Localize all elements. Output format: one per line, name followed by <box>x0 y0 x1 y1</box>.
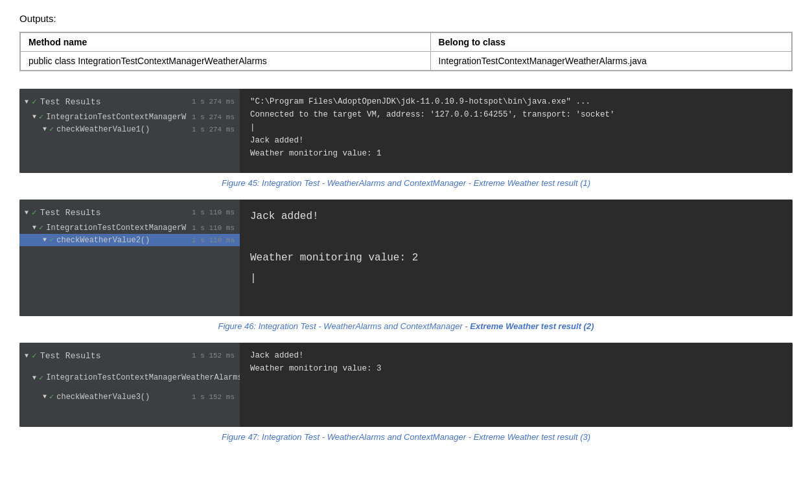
test-label: checkWeatherValue3() <box>56 393 150 402</box>
test-panel-time: 1 s 152 ms <box>192 352 235 360</box>
test-label: IntegrationTestContextManagerW <box>46 113 186 122</box>
figure-block-fig46: ▼ ✓ Test Results 1 s 110 ms ▼ ✓ Integrat… <box>19 200 793 331</box>
test-panel-title: ▼ ✓ Test Results <box>25 350 100 361</box>
test-time: 1 s 274 ms <box>192 126 235 133</box>
check-icon: ✓ <box>32 350 37 361</box>
test-time: 1 s 274 ms <box>192 113 235 121</box>
test-results-label: Test Results <box>40 208 101 218</box>
output-table-container: Method name Belong to class public class… <box>19 32 793 71</box>
terminal-container: ▼ ✓ Test Results 1 s 274 ms ▼ ✓ Integrat… <box>19 89 793 173</box>
triangle-icon: ▼ <box>43 126 47 133</box>
test-row[interactable]: ▼ ✓ IntegrationTestContextManagerW 1 s 2… <box>19 111 240 123</box>
test-row[interactable]: ▼ ✓ IntegrationTestContextManagerWeather… <box>19 365 240 391</box>
terminal-container: ▼ ✓ Test Results 1 s 152 ms ▼ ✓ Integrat… <box>19 343 793 427</box>
test-panel-title: ▼ ✓ Test Results <box>25 97 100 107</box>
console-output: "C:\Program Files\AdoptOpenJDK\jdk-11.0.… <box>240 89 793 173</box>
col2-value: IntegrationTestContextManagerWeatherAlar… <box>430 52 791 71</box>
triangle-icon: ▼ <box>25 209 29 216</box>
test-panel: ▼ ✓ Test Results 1 s 110 ms ▼ ✓ Integrat… <box>19 200 240 316</box>
test-panel-time: 1 s 274 ms <box>192 98 235 106</box>
test-panel-header: ▼ ✓ Test Results 1 s 152 ms <box>19 349 240 365</box>
test-panel: ▼ ✓ Test Results 1 s 152 ms ▼ ✓ Integrat… <box>19 343 240 427</box>
test-row[interactable]: ▼ ✓ IntegrationTestContextManagerW 1 s 1… <box>19 222 240 234</box>
triangle-icon: ▼ <box>32 113 36 120</box>
col2-header: Belong to class <box>430 33 791 52</box>
col1-value: public class IntegrationTestContextManag… <box>21 52 431 71</box>
triangle-icon: ▼ <box>43 236 47 244</box>
col1-header: Method name <box>21 33 431 52</box>
check-icon: ✓ <box>32 97 37 107</box>
check-icon: ✓ <box>49 124 54 134</box>
test-panel: ▼ ✓ Test Results 1 s 274 ms ▼ ✓ Integrat… <box>19 89 240 173</box>
test-panel-header: ▼ ✓ Test Results 1 s 274 ms <box>19 95 240 111</box>
figure-caption: Figure 46: Integration Test - WeatherAla… <box>19 321 793 331</box>
test-time: 1 s 110 ms <box>192 236 235 244</box>
figure-block-fig47: ▼ ✓ Test Results 1 s 152 ms ▼ ✓ Integrat… <box>19 343 793 442</box>
test-label: checkWeatherValue2() <box>56 236 150 245</box>
test-time: 1 s 110 ms <box>192 224 235 232</box>
triangle-icon: ▼ <box>32 374 36 382</box>
console-output: Jack added! Weather monitoring value: 3 <box>240 343 793 427</box>
test-row[interactable]: ▼ ✓ checkWeatherValue2() 1 s 110 ms <box>19 234 240 246</box>
test-label: checkWeatherValue1() <box>56 125 150 134</box>
outputs-label: Outputs: <box>19 13 793 24</box>
check-icon: ✓ <box>49 392 54 402</box>
triangle-icon: ▼ <box>43 393 47 400</box>
caption-bold: Extreme Weather test result (2) <box>470 321 594 331</box>
test-panel-header: ▼ ✓ Test Results 1 s 110 ms <box>19 206 240 222</box>
check-icon: ✓ <box>39 223 43 233</box>
test-panel-title: ▼ ✓ Test Results <box>25 207 100 218</box>
figure-caption: Figure 47: Integration Test - WeatherAla… <box>19 432 793 442</box>
test-label: IntegrationTestContextManagerWeatherAlar… <box>46 373 242 382</box>
test-label: IntegrationTestContextManagerW <box>46 223 186 233</box>
triangle-icon: ▼ <box>32 224 36 231</box>
console-output: Jack added! Weather monitoring value: 2 … <box>240 200 793 316</box>
check-icon: ✓ <box>39 112 43 122</box>
test-results-label: Test Results <box>40 97 101 107</box>
check-icon: ✓ <box>39 373 43 383</box>
terminal-container: ▼ ✓ Test Results 1 s 110 ms ▼ ✓ Integrat… <box>19 200 793 316</box>
test-row[interactable]: ▼ ✓ checkWeatherValue3() 1 s 152 ms <box>19 391 240 403</box>
triangle-icon: ▼ <box>25 352 29 360</box>
check-icon: ✓ <box>49 235 54 245</box>
test-row[interactable]: ▼ ✓ checkWeatherValue1() 1 s 274 ms <box>19 123 240 135</box>
figure-caption: Figure 45: Integration Test - WeatherAla… <box>19 178 793 188</box>
check-icon: ✓ <box>32 207 37 218</box>
test-results-label: Test Results <box>40 351 101 361</box>
test-panel-time: 1 s 110 ms <box>192 209 235 216</box>
test-time: 1 s 152 ms <box>192 393 235 401</box>
figure-block-fig45: ▼ ✓ Test Results 1 s 274 ms ▼ ✓ Integrat… <box>19 89 793 188</box>
triangle-icon: ▼ <box>25 98 29 106</box>
